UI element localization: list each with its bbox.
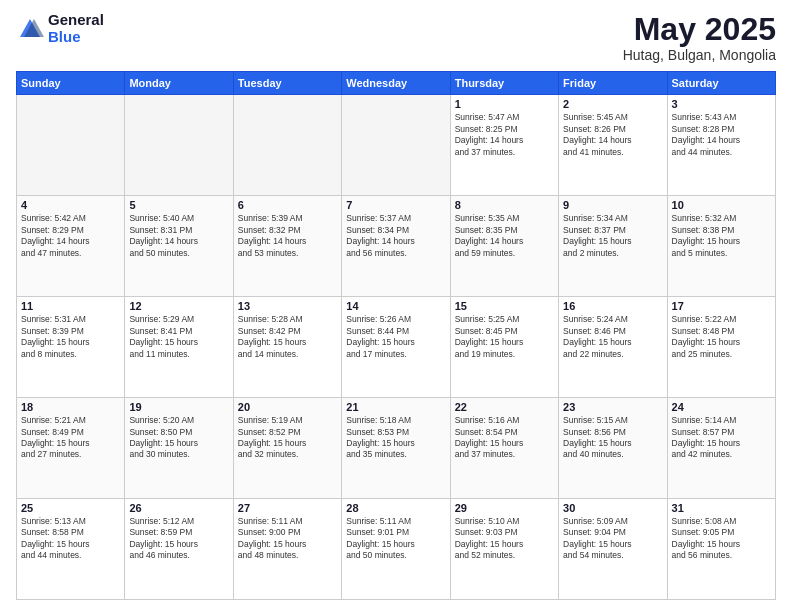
calendar-day-cell: 3Sunrise: 5:43 AM Sunset: 8:28 PM Daylig…: [667, 95, 775, 196]
calendar-day-cell: 12Sunrise: 5:29 AM Sunset: 8:41 PM Dayli…: [125, 297, 233, 398]
calendar-week-row: 18Sunrise: 5:21 AM Sunset: 8:49 PM Dayli…: [17, 398, 776, 499]
weekday-header-wednesday: Wednesday: [342, 72, 450, 95]
calendar-empty-cell: [233, 95, 341, 196]
calendar-day-cell: 21Sunrise: 5:18 AM Sunset: 8:53 PM Dayli…: [342, 398, 450, 499]
calendar-day-cell: 31Sunrise: 5:08 AM Sunset: 9:05 PM Dayli…: [667, 499, 775, 600]
calendar-day-cell: 9Sunrise: 5:34 AM Sunset: 8:37 PM Daylig…: [559, 196, 667, 297]
weekday-header-thursday: Thursday: [450, 72, 558, 95]
day-info: Sunrise: 5:15 AM Sunset: 8:56 PM Dayligh…: [563, 415, 662, 461]
calendar-day-cell: 5Sunrise: 5:40 AM Sunset: 8:31 PM Daylig…: [125, 196, 233, 297]
weekday-header-friday: Friday: [559, 72, 667, 95]
logo-text: General Blue: [48, 12, 104, 45]
weekday-header-monday: Monday: [125, 72, 233, 95]
calendar-day-cell: 19Sunrise: 5:20 AM Sunset: 8:50 PM Dayli…: [125, 398, 233, 499]
day-info: Sunrise: 5:14 AM Sunset: 8:57 PM Dayligh…: [672, 415, 771, 461]
day-info: Sunrise: 5:35 AM Sunset: 8:35 PM Dayligh…: [455, 213, 554, 259]
day-number: 21: [346, 401, 445, 413]
calendar-day-cell: 25Sunrise: 5:13 AM Sunset: 8:58 PM Dayli…: [17, 499, 125, 600]
calendar-week-row: 4Sunrise: 5:42 AM Sunset: 8:29 PM Daylig…: [17, 196, 776, 297]
day-info: Sunrise: 5:34 AM Sunset: 8:37 PM Dayligh…: [563, 213, 662, 259]
day-number: 30: [563, 502, 662, 514]
day-number: 25: [21, 502, 120, 514]
calendar-day-cell: 11Sunrise: 5:31 AM Sunset: 8:39 PM Dayli…: [17, 297, 125, 398]
day-info: Sunrise: 5:18 AM Sunset: 8:53 PM Dayligh…: [346, 415, 445, 461]
day-info: Sunrise: 5:42 AM Sunset: 8:29 PM Dayligh…: [21, 213, 120, 259]
day-info: Sunrise: 5:09 AM Sunset: 9:04 PM Dayligh…: [563, 516, 662, 562]
logo: General Blue: [16, 12, 104, 45]
calendar-week-row: 1Sunrise: 5:47 AM Sunset: 8:25 PM Daylig…: [17, 95, 776, 196]
day-number: 16: [563, 300, 662, 312]
calendar-day-cell: 30Sunrise: 5:09 AM Sunset: 9:04 PM Dayli…: [559, 499, 667, 600]
day-info: Sunrise: 5:24 AM Sunset: 8:46 PM Dayligh…: [563, 314, 662, 360]
day-number: 31: [672, 502, 771, 514]
calendar-day-cell: 24Sunrise: 5:14 AM Sunset: 8:57 PM Dayli…: [667, 398, 775, 499]
day-info: Sunrise: 5:10 AM Sunset: 9:03 PM Dayligh…: [455, 516, 554, 562]
weekday-header-tuesday: Tuesday: [233, 72, 341, 95]
title-block: May 2025 Hutag, Bulgan, Mongolia: [623, 12, 776, 63]
calendar-header-row: SundayMondayTuesdayWednesdayThursdayFrid…: [17, 72, 776, 95]
page: General Blue May 2025 Hutag, Bulgan, Mon…: [0, 0, 792, 612]
day-info: Sunrise: 5:12 AM Sunset: 8:59 PM Dayligh…: [129, 516, 228, 562]
day-info: Sunrise: 5:16 AM Sunset: 8:54 PM Dayligh…: [455, 415, 554, 461]
day-info: Sunrise: 5:25 AM Sunset: 8:45 PM Dayligh…: [455, 314, 554, 360]
day-number: 1: [455, 98, 554, 110]
calendar-day-cell: 16Sunrise: 5:24 AM Sunset: 8:46 PM Dayli…: [559, 297, 667, 398]
weekday-header-sunday: Sunday: [17, 72, 125, 95]
calendar-empty-cell: [17, 95, 125, 196]
day-number: 19: [129, 401, 228, 413]
calendar-day-cell: 4Sunrise: 5:42 AM Sunset: 8:29 PM Daylig…: [17, 196, 125, 297]
calendar-day-cell: 20Sunrise: 5:19 AM Sunset: 8:52 PM Dayli…: [233, 398, 341, 499]
calendar-day-cell: 29Sunrise: 5:10 AM Sunset: 9:03 PM Dayli…: [450, 499, 558, 600]
calendar-day-cell: 28Sunrise: 5:11 AM Sunset: 9:01 PM Dayli…: [342, 499, 450, 600]
day-number: 2: [563, 98, 662, 110]
day-number: 22: [455, 401, 554, 413]
day-number: 27: [238, 502, 337, 514]
day-info: Sunrise: 5:26 AM Sunset: 8:44 PM Dayligh…: [346, 314, 445, 360]
day-info: Sunrise: 5:20 AM Sunset: 8:50 PM Dayligh…: [129, 415, 228, 461]
logo-blue-text: Blue: [48, 29, 104, 46]
calendar-table: SundayMondayTuesdayWednesdayThursdayFrid…: [16, 71, 776, 600]
day-info: Sunrise: 5:11 AM Sunset: 9:01 PM Dayligh…: [346, 516, 445, 562]
day-info: Sunrise: 5:08 AM Sunset: 9:05 PM Dayligh…: [672, 516, 771, 562]
day-info: Sunrise: 5:19 AM Sunset: 8:52 PM Dayligh…: [238, 415, 337, 461]
day-info: Sunrise: 5:47 AM Sunset: 8:25 PM Dayligh…: [455, 112, 554, 158]
day-info: Sunrise: 5:13 AM Sunset: 8:58 PM Dayligh…: [21, 516, 120, 562]
day-info: Sunrise: 5:21 AM Sunset: 8:49 PM Dayligh…: [21, 415, 120, 461]
day-number: 17: [672, 300, 771, 312]
calendar-day-cell: 26Sunrise: 5:12 AM Sunset: 8:59 PM Dayli…: [125, 499, 233, 600]
month-title: May 2025: [623, 12, 776, 47]
calendar-day-cell: 27Sunrise: 5:11 AM Sunset: 9:00 PM Dayli…: [233, 499, 341, 600]
day-number: 24: [672, 401, 771, 413]
day-number: 20: [238, 401, 337, 413]
calendar-empty-cell: [125, 95, 233, 196]
calendar-empty-cell: [342, 95, 450, 196]
day-info: Sunrise: 5:31 AM Sunset: 8:39 PM Dayligh…: [21, 314, 120, 360]
day-number: 12: [129, 300, 228, 312]
calendar-day-cell: 15Sunrise: 5:25 AM Sunset: 8:45 PM Dayli…: [450, 297, 558, 398]
day-number: 15: [455, 300, 554, 312]
day-info: Sunrise: 5:11 AM Sunset: 9:00 PM Dayligh…: [238, 516, 337, 562]
logo-icon: [16, 15, 44, 43]
header: General Blue May 2025 Hutag, Bulgan, Mon…: [16, 12, 776, 63]
calendar-day-cell: 8Sunrise: 5:35 AM Sunset: 8:35 PM Daylig…: [450, 196, 558, 297]
day-info: Sunrise: 5:32 AM Sunset: 8:38 PM Dayligh…: [672, 213, 771, 259]
calendar-day-cell: 14Sunrise: 5:26 AM Sunset: 8:44 PM Dayli…: [342, 297, 450, 398]
day-number: 8: [455, 199, 554, 211]
day-info: Sunrise: 5:43 AM Sunset: 8:28 PM Dayligh…: [672, 112, 771, 158]
calendar-day-cell: 22Sunrise: 5:16 AM Sunset: 8:54 PM Dayli…: [450, 398, 558, 499]
day-info: Sunrise: 5:22 AM Sunset: 8:48 PM Dayligh…: [672, 314, 771, 360]
calendar-day-cell: 18Sunrise: 5:21 AM Sunset: 8:49 PM Dayli…: [17, 398, 125, 499]
logo-general-text: General: [48, 12, 104, 29]
day-number: 10: [672, 199, 771, 211]
day-number: 11: [21, 300, 120, 312]
day-number: 13: [238, 300, 337, 312]
calendar-week-row: 25Sunrise: 5:13 AM Sunset: 8:58 PM Dayli…: [17, 499, 776, 600]
day-number: 14: [346, 300, 445, 312]
day-info: Sunrise: 5:45 AM Sunset: 8:26 PM Dayligh…: [563, 112, 662, 158]
day-number: 4: [21, 199, 120, 211]
calendar-day-cell: 7Sunrise: 5:37 AM Sunset: 8:34 PM Daylig…: [342, 196, 450, 297]
calendar-day-cell: 17Sunrise: 5:22 AM Sunset: 8:48 PM Dayli…: [667, 297, 775, 398]
day-number: 5: [129, 199, 228, 211]
calendar-day-cell: 13Sunrise: 5:28 AM Sunset: 8:42 PM Dayli…: [233, 297, 341, 398]
location: Hutag, Bulgan, Mongolia: [623, 47, 776, 63]
